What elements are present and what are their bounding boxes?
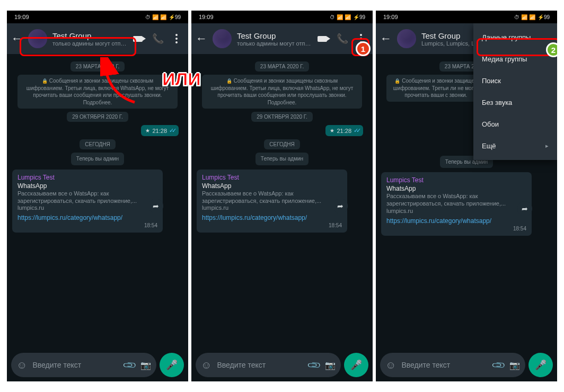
lock-icon: 🔒 [42, 78, 48, 84]
lock-icon: 🔒 [226, 78, 232, 84]
menu-item-more[interactable]: Ещё▸ [473, 135, 557, 157]
app-bar: ← Test Group только админы могут отпра..… [7, 23, 188, 54]
video-call-icon[interactable] [133, 36, 143, 42]
encryption-notice[interactable]: 🔒Сообщения и звонки защищен шифрованием.… [386, 75, 486, 102]
preview-title: WhatsApp [386, 185, 526, 192]
status-icons: ⏱ 📶 📶 ⚡99 [330, 14, 365, 20]
forward-icon[interactable]: ➦ [333, 199, 348, 213]
annotation-arrow [100, 57, 143, 110]
preview-description: Рассказываем все о WatsApp: как зарегист… [202, 190, 342, 205]
chevron-right-icon: ▸ [545, 142, 549, 149]
video-call-icon[interactable] [318, 36, 327, 42]
menu-item-mute[interactable]: Без звука [473, 92, 557, 113]
preview-site: lumpics.ru [17, 204, 157, 211]
message-time: 21:28 [152, 128, 167, 134]
group-avatar[interactable] [213, 29, 232, 48]
encryption-notice[interactable]: 🔒Сообщения и звонки защищены сквозным ши… [202, 75, 363, 109]
phone-screenshot-2: 19:09 ⏱ 📶 📶 ⚡99 ← Test Group только адми… [191, 11, 373, 381]
menu-label: Данные группы [482, 33, 531, 41]
or-annotation: ИЛИ [162, 69, 201, 90]
emoji-icon[interactable]: ☺ [385, 359, 396, 371]
group-subtitle: только админы могут отпра... [52, 40, 128, 47]
mic-button[interactable]: 🎤 [528, 353, 553, 377]
outgoing-message[interactable]: ★21:28✓✓ [325, 125, 363, 136]
read-ticks-icon: ✓✓ [354, 127, 359, 134]
mic-button[interactable]: 🎤 [344, 353, 368, 377]
group-subtitle: только админы могут отпра... [237, 40, 312, 47]
preview-link[interactable]: https://lumpics.ru/category/whatsapp/ [17, 214, 157, 221]
status-icons: ⏱ 📶 📶 ⚡99 [145, 14, 181, 20]
emoji-icon[interactable]: ☺ [201, 359, 212, 371]
message-input[interactable]: ☺ Введите текст 📎 📷 [11, 353, 156, 377]
preview-description: Рассказываем все о WatsApp: как зарегист… [17, 190, 157, 205]
link-preview-card[interactable]: Lumpics Test WhatsApp Рассказываем все о… [197, 170, 347, 233]
annotation-badge-1: 1 [356, 41, 371, 56]
menu-label: Обои [482, 120, 499, 128]
voice-call-icon[interactable]: 📞 [152, 33, 164, 44]
menu-item-group-media[interactable]: Медиа группы [473, 48, 557, 70]
status-bar: 19:09 ⏱ 📶 📶 ⚡99 [191, 11, 373, 23]
link-preview-card[interactable]: Lumpics Test WhatsApp Рассказываем все о… [381, 172, 532, 236]
input-placeholder: Введите текст [32, 361, 119, 369]
incoming-card-wrap: Lumpics Test WhatsApp Рассказываем все о… [197, 170, 347, 233]
star-icon: ★ [145, 128, 150, 133]
more-options-icon[interactable] [173, 32, 180, 46]
incoming-card-wrap: Lumpics Test WhatsApp Рассказываем все о… [12, 170, 163, 233]
status-bar: 19:09 ⏱ 📶 📶 ⚡99 [376, 11, 557, 23]
camera-icon[interactable]: 📷 [140, 360, 151, 370]
group-name: Test Group [237, 31, 312, 40]
forward-icon[interactable]: ➦ [517, 201, 532, 216]
preview-link[interactable]: https://lumpics.ru/category/whatsapp/ [202, 214, 342, 221]
back-arrow-icon[interactable]: ← [380, 32, 392, 46]
emoji-icon[interactable]: ☺ [16, 359, 27, 371]
status-icons: ⏱ 📶 📶 ⚡99 [514, 14, 550, 20]
read-ticks-icon: ✓✓ [169, 127, 174, 134]
status-time: 19:09 [383, 14, 398, 20]
link-preview-card[interactable]: Lumpics Test WhatsApp Рассказываем все о… [12, 170, 163, 233]
group-avatar[interactable] [397, 29, 416, 48]
attach-icon[interactable]: 📎 [306, 357, 322, 373]
appbar-actions: 📞 [133, 32, 184, 46]
date-chip: 23 МАРТА 2020 Г. [255, 61, 309, 72]
message-time: 18:54 [386, 226, 526, 231]
back-arrow-icon[interactable]: ← [11, 32, 23, 46]
voice-call-icon[interactable]: 📞 [337, 33, 348, 44]
star-icon: ★ [330, 128, 334, 133]
incoming-card-wrap: Lumpics Test WhatsApp Рассказываем все о… [381, 172, 532, 236]
menu-item-search[interactable]: Поиск [473, 70, 557, 92]
preview-title: WhatsApp [17, 182, 157, 190]
menu-item-wallpaper[interactable]: Обои [473, 113, 557, 135]
mic-button[interactable]: 🎤 [160, 353, 184, 377]
message-input[interactable]: ☺ Введите текст 📎 📷 [196, 353, 341, 377]
encryption-notice[interactable]: 🔒Сообщения и звонки защищены сквозным ши… [17, 75, 178, 109]
camera-icon[interactable]: 📷 [325, 360, 336, 370]
outgoing-message[interactable]: ★21:28✓✓ [141, 125, 179, 136]
preview-site: lumpics.ru [202, 204, 342, 211]
group-title-block[interactable]: Test Group только админы могут отпра... [52, 31, 128, 47]
back-arrow-icon[interactable]: ← [196, 32, 207, 46]
group-title-block[interactable]: Test Group только админы могут отпра... [237, 31, 312, 47]
chat-body[interactable]: 23 МАРТА 2020 Г. 🔒Сообщения и звонки защ… [191, 54, 373, 353]
status-time: 19:09 [199, 14, 214, 20]
menu-label: Без звука [482, 99, 512, 106]
attach-icon[interactable]: 📎 [491, 357, 507, 373]
chat-body[interactable]: 23 МАРТА 2020 Г. 🔒Сообщения и звонки защ… [7, 54, 188, 353]
input-bar: ☺ Введите текст 📎 📷 🎤 [11, 353, 184, 377]
status-bar: 19:09 ⏱ 📶 📶 ⚡99 [7, 11, 188, 23]
menu-label: Поиск [482, 77, 501, 85]
message-time: 18:54 [202, 222, 342, 228]
preview-link[interactable]: https://lumpics.ru/category/whatsapp/ [386, 217, 526, 225]
forward-icon[interactable]: ➦ [148, 199, 163, 213]
phone-screenshot-1: 19:09 ⏱ 📶 📶 ⚡99 ← Test Group только адми… [7, 11, 188, 381]
camera-icon[interactable]: 📷 [509, 360, 520, 370]
message-time: 18:54 [17, 222, 157, 228]
preview-title: WhatsApp [202, 182, 342, 190]
status-time: 19:09 [14, 14, 29, 20]
group-name: Test Group [52, 31, 128, 40]
group-avatar[interactable] [28, 29, 47, 48]
message-input[interactable]: ☺ Введите текст 📎 📷 [380, 353, 525, 377]
sender-name: Lumpics Test [202, 174, 342, 181]
attach-icon[interactable]: 📎 [122, 357, 138, 373]
lock-icon: 🔒 [394, 78, 400, 84]
menu-item-group-info[interactable]: Данные группы [473, 26, 557, 48]
